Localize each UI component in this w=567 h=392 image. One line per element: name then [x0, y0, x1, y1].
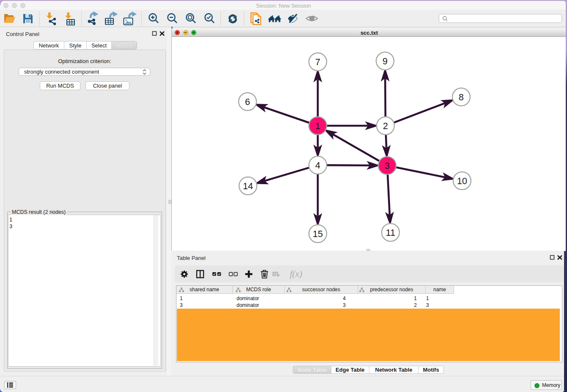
- svg-text:3: 3: [385, 161, 390, 171]
- svg-text:2: 2: [383, 121, 388, 131]
- svg-text:f(x): f(x): [290, 269, 302, 279]
- svg-text:10: 10: [457, 176, 467, 186]
- svg-text:6: 6: [245, 97, 250, 107]
- svg-text:7: 7: [315, 57, 320, 67]
- svg-text:8: 8: [459, 92, 464, 102]
- svg-text:9: 9: [383, 56, 388, 66]
- svg-text:14: 14: [243, 181, 253, 191]
- svg-text:15: 15: [313, 229, 323, 239]
- svg-text:4: 4: [315, 160, 320, 171]
- svg-text:11: 11: [386, 228, 395, 238]
- svg-text:1: 1: [315, 121, 320, 131]
